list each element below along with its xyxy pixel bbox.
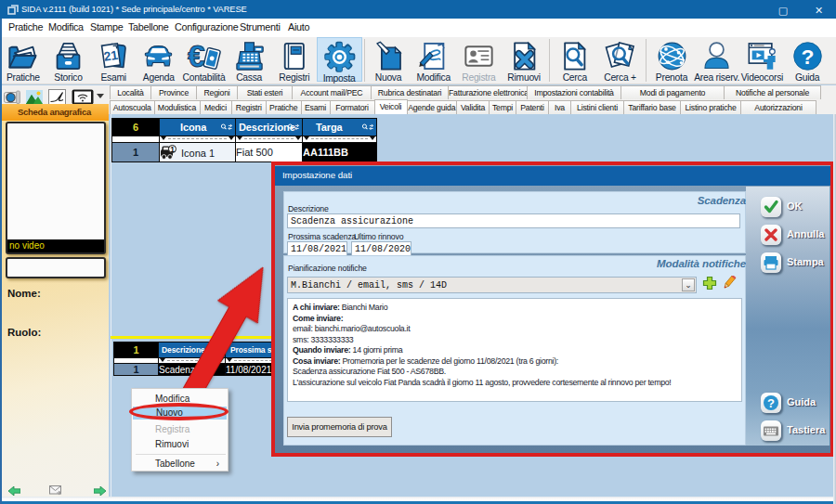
svg-text:21: 21: [102, 48, 118, 64]
svg-text:?: ?: [767, 396, 775, 410]
svg-text:?: ?: [801, 45, 814, 69]
svg-text:€: €: [188, 39, 205, 73]
svg-text:1: 1: [170, 145, 175, 154]
